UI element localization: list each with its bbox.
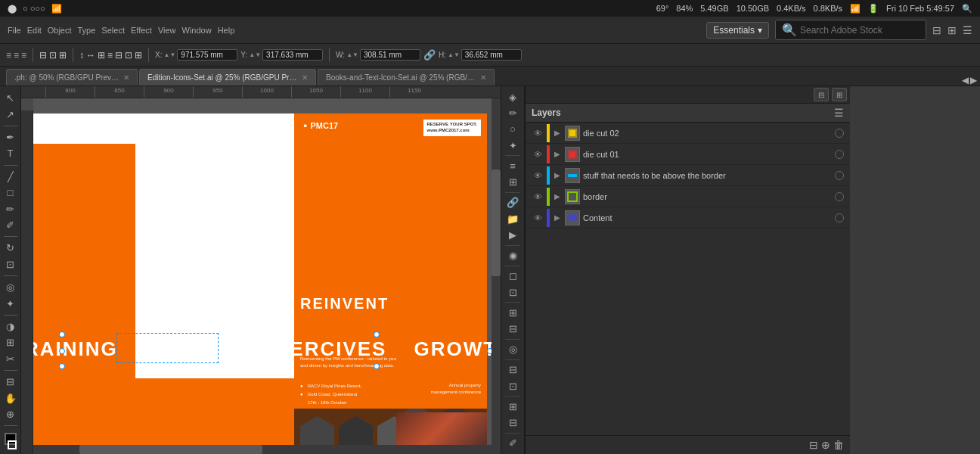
tab-3[interactable]: Books-and-Text-Icon-Set.ai @ 25% (RGB/GP… <box>318 69 495 86</box>
create-sublayer-icon[interactable]: ⊟ <box>809 439 818 451</box>
align-icon2[interactable]: ≡ <box>14 50 19 61</box>
star-mid-icon[interactable]: ✦ <box>503 138 523 153</box>
circle-mid-icon[interactable]: ○ <box>503 122 523 137</box>
panel-ctrl-2[interactable]: ⊞ <box>832 88 847 101</box>
grid2-mid-icon[interactable]: ⊡ <box>503 285 523 300</box>
menu-file[interactable]: File <box>8 26 21 35</box>
rotate-tool[interactable]: ↻ <box>2 241 19 255</box>
panel-toggle-icon[interactable]: ⊟ <box>932 24 941 36</box>
x-input[interactable] <box>177 49 237 61</box>
artboard-tool[interactable]: ⊟ <box>2 375 19 389</box>
mesh-tool[interactable]: ⊞ <box>2 335 19 350</box>
transform-icon3[interactable]: ⊞ <box>59 50 67 61</box>
layer-4-expand-icon[interactable]: ▶ <box>553 192 562 201</box>
sel-handle-tr[interactable] <box>374 331 380 337</box>
layer-4[interactable]: 👁 ▶ border <box>526 186 850 207</box>
hand-tool[interactable]: ✋ <box>2 390 19 405</box>
folder-mid-icon[interactable]: 📁 <box>503 211 523 226</box>
menu-window[interactable]: Window <box>182 26 212 35</box>
layer-5-vis-icon[interactable]: 👁 <box>532 212 544 224</box>
search-icon[interactable]: 🔍 <box>962 4 972 14</box>
zoom-tool[interactable]: ⊕ <box>2 407 19 421</box>
layer-3[interactable]: 👁 ▶ stuff that needs to be above the bor… <box>526 165 850 186</box>
scroll-thumb-v[interactable] <box>492 169 501 276</box>
scroll-bar-v[interactable] <box>492 98 501 454</box>
sel-handle-ml[interactable] <box>59 348 65 354</box>
tab-1[interactable]: .ph: @ 50% (RGB/GPU Previe... ✕ <box>6 69 138 86</box>
scale-tool[interactable]: ⊡ <box>2 257 19 272</box>
h-input[interactable] <box>461 49 522 61</box>
blend-tool[interactable]: ◎ <box>2 280 19 294</box>
layer-5-expand-icon[interactable]: ▶ <box>553 213 562 222</box>
layer-2-vis-icon[interactable]: 👁 <box>532 148 544 160</box>
scroll-thumb-h[interactable] <box>79 445 262 454</box>
tab-3-close[interactable]: ✕ <box>480 73 486 82</box>
pencil-mid-icon[interactable]: ✏ <box>503 105 523 120</box>
menu-effect[interactable]: Effect <box>131 26 152 35</box>
layer-3-target[interactable] <box>835 171 844 180</box>
option-icon1[interactable]: ↕ <box>79 50 84 61</box>
ai-mid-icon[interactable]: ◎ <box>503 342 523 357</box>
menu-select[interactable]: Select <box>101 26 125 35</box>
paintbrush-tool[interactable]: ✏ <box>2 201 19 216</box>
shape-tool[interactable]: □ <box>2 185 19 200</box>
shape-mid-icon[interactable]: ◻ <box>503 269 523 284</box>
scroll-bar-h[interactable] <box>33 445 492 454</box>
link-mid-icon[interactable]: 🔗 <box>503 195 523 210</box>
pencil-tool[interactable]: ✐ <box>2 218 19 232</box>
slice-tool[interactable]: ✂ <box>2 352 19 366</box>
layer-4-target[interactable] <box>835 192 844 201</box>
layer-2[interactable]: 👁 ▶ die cut 01 <box>526 144 850 165</box>
h-spinner[interactable]: ▲▼ <box>448 51 460 58</box>
layer-4-vis-icon[interactable]: 👁 <box>532 191 544 203</box>
film-mid-icon[interactable]: ⊟ <box>503 321 523 336</box>
layer-2-target[interactable] <box>835 150 844 159</box>
option-icon5[interactable]: ⊟ <box>115 50 122 61</box>
menu-help[interactable]: Help <box>218 26 235 35</box>
option-icon7[interactable]: ⊞ <box>135 50 142 61</box>
grid4-mid-icon[interactable]: ⊞ <box>503 399 523 414</box>
panel-menu-icon[interactable]: ☰ <box>963 24 972 36</box>
transform-mid-icon[interactable]: ⊡ <box>503 378 523 393</box>
y-input[interactable] <box>262 49 323 61</box>
menu-type[interactable]: Type <box>78 26 96 35</box>
w-input[interactable] <box>360 49 420 61</box>
scroll-left-icon[interactable]: ◀ <box>962 75 969 86</box>
pen-tool[interactable]: ✒ <box>2 130 19 145</box>
stack-mid-icon[interactable]: ⊟ <box>503 362 523 378</box>
layer-5[interactable]: 👁 ▶ Content <box>526 207 850 229</box>
layer-1-target[interactable] <box>835 129 844 138</box>
canvas-content[interactable]: RESERVE YOUR SPOT. www.PMC2017.com ● PMC… <box>33 98 501 454</box>
direct-selection-tool[interactable]: ↗ <box>2 107 19 121</box>
menu-object[interactable]: Object <box>48 26 72 35</box>
w-spinner[interactable]: ▲▼ <box>346 51 358 58</box>
grid-mid-icon[interactable]: ⊞ <box>503 175 523 190</box>
color-picker-icon[interactable]: ◈ <box>503 89 523 104</box>
type-tool[interactable]: T <box>2 146 19 160</box>
essentials-button[interactable]: Essentials ▾ <box>706 22 769 39</box>
film2-mid-icon[interactable]: ⊟ <box>503 415 523 430</box>
play-mid-icon[interactable]: ▶ <box>503 227 523 242</box>
layer-3-expand-icon[interactable]: ▶ <box>553 171 562 180</box>
option-icon6[interactable]: ⊡ <box>125 50 132 61</box>
layer-1-vis-icon[interactable]: 👁 <box>532 127 544 139</box>
align-icon3[interactable]: ≡ <box>21 50 26 61</box>
panel-ctrl-1[interactable]: ⊟ <box>814 88 829 101</box>
selection-tool[interactable]: ↖ <box>2 91 19 105</box>
layer-5-target[interactable] <box>835 213 844 222</box>
option-icon3[interactable]: ⊞ <box>98 50 105 61</box>
search-input[interactable] <box>800 25 920 36</box>
x-spinner-up[interactable]: ▲▼ <box>164 51 176 58</box>
option-icon4[interactable]: ≡ <box>107 50 113 61</box>
sel-handle-br[interactable] <box>374 363 380 369</box>
panel-arrange-icon[interactable]: ⊞ <box>947 24 957 36</box>
link-proportions-icon[interactable]: 🔗 <box>423 49 436 61</box>
grid3-mid-icon[interactable]: ⊞ <box>503 305 523 320</box>
transform-icon1[interactable]: ⊟ <box>39 50 47 61</box>
tab-2[interactable]: Edition-Icons-Set.ai @ 25% (RGB/GPU Prev… <box>139 69 316 86</box>
align-mid-icon[interactable]: ≡ <box>503 158 523 173</box>
menu-edit[interactable]: Edit <box>27 26 42 35</box>
tab-2-close[interactable]: ✕ <box>302 73 308 82</box>
menu-view[interactable]: View <box>158 26 176 35</box>
apple-mid-icon[interactable]: ◉ <box>503 247 523 263</box>
